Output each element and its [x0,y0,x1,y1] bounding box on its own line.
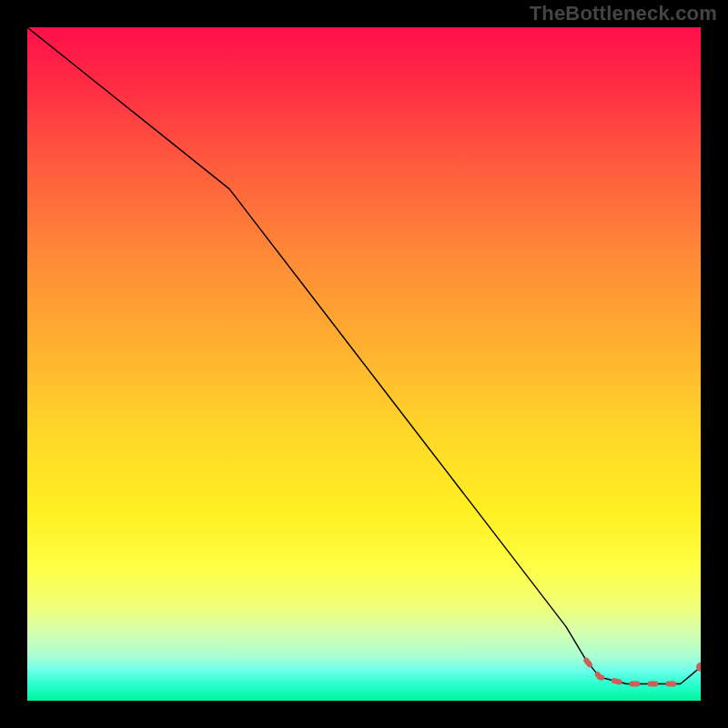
watermark-text: TheBottleneck.com [530,2,717,25]
plot-area [27,27,701,701]
chart-overlay [27,27,701,701]
highlight-dashed-line [586,661,681,684]
series-line [27,27,701,684]
